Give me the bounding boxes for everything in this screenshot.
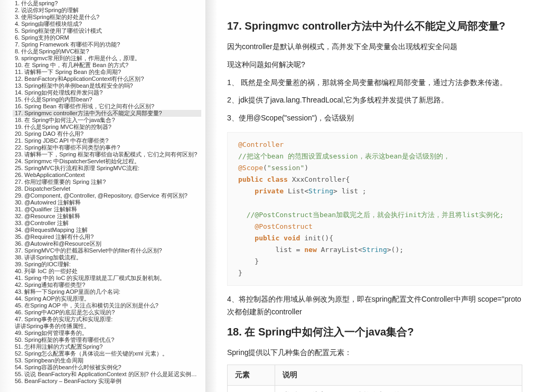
section-17-heading: 17. Springmvc controller方法中为什么不能定义局部变量? [227,19,522,33]
section-17-item3: 3、使用@Scope("session")，会话级别 [227,112,522,125]
content-pane: 17. Springmvc controller方法中为什么不能定义局部变量? … [206,0,535,392]
toc-item[interactable]: 3. 使用Spring框架的好处是什么? [13,14,201,21]
toc-item[interactable]: 12. BeanFactory和ApplicationContext有什么区别? [13,76,201,82]
toc-item[interactable]: 19. 什么是Spring MVC框架的控制器? [13,124,201,130]
toc-item[interactable]: 51. 怎样用注解的方式配置Spring? [13,343,201,350]
section-17-p2: 现这种问题如何解决呢? [227,59,522,71]
toc-item[interactable]: 39. Spring的IOC理解: [13,261,201,268]
code-line: } [238,257,259,265]
toc-item[interactable]: 15. 什么是Spring的内部bean? [13,96,201,103]
collection-table: 元素 说明 list 类型用于注入一列值，允许有相同的值。 set 类型用于注入… [227,365,522,393]
table-cell-val: 类型用于注入一列值，允许有相同的值。 [275,385,522,392]
code-type: String [362,246,387,254]
toc-item[interactable]: 27. 你用过哪些重要的 Spring 注解? [13,179,201,185]
code-type: String [308,187,333,195]
code-line: list = [238,246,304,254]
toc-item[interactable]: 35. @Required 注解有什么用? [13,234,201,240]
toc-item[interactable]: 38. 讲讲Spring加载流程。 [13,254,201,261]
code-line: ) [304,164,308,172]
toc-item[interactable]: 21. Spring JDBC API 中存在哪些类? [13,137,201,144]
code-line: ( [263,164,267,172]
sidebar: 1. 什么是spring?2. 说说你对Spring的理解3. 使用Spring… [0,0,206,392]
toc-item[interactable]: 1. 什么是spring? [13,0,201,7]
toc-item[interactable]: 55. 说说 BeanFactory和 ApplicationContext 的… [13,371,201,378]
toc-item[interactable]: 37. SpringMVC中的拦截器和Servlet中的filter有什么区别? [13,247,201,254]
toc-item[interactable]: 16. Spring Bean 有哪些作用域，它们之间有什么区别? [13,103,201,110]
code-kw: public void [238,234,300,242]
toc-item[interactable]: 17. Springmvc controller方法中为什么不能定义局部变量? [13,110,201,117]
code-comment: //@PostConstruct当bean加载完之后，就会执行init方法，并且… [238,211,504,219]
code-line: init(){ [300,234,333,242]
table-header-element: 元素 [228,365,275,385]
code-line: } [238,269,242,277]
toc-item[interactable]: 20. Spring DAO 有什么用? [13,130,201,137]
toc-item[interactable]: 22. Spring框架中有哪些不同类型的事件? [13,144,201,151]
section-17-item2: 2、jdk提供了java.lang.ThreadLocal,它为多线程并发提供了… [227,94,522,107]
toc-item[interactable]: 4. Spring由哪些模块组成? [13,21,201,27]
section-18-heading: 18. 在 Spring中如何注入一个java集合? [227,325,522,339]
toc-item[interactable]: 10. 在 Spring 中，有几种配置 Bean 的方式? [13,62,201,69]
section-17-item1: 1、 既然是全局变量惹的祸，那就将全局变量都编程局部变量，通过方法参数来传递。 [227,77,522,89]
table-cell-key: list [228,385,275,392]
toc-item[interactable]: 31. @Qualifier 注解解释 [13,206,201,213]
code-kw: private [238,187,284,195]
code-anno: @PostConstruct [238,222,313,230]
toc-item[interactable]: 18. 在 Spring中如何注入一个java集合? [13,117,201,124]
toc-item[interactable]: 26. WebApplicationContext [13,172,201,179]
toc-item[interactable]: 42. Spring通知有哪些类型? [13,282,201,288]
code-string: "session" [267,164,304,172]
toc-item[interactable]: 52. Spring怎么配置事务（具体说出一些关键的xml 元素）。 [13,350,201,357]
toc-item[interactable]: 45. 在Spring AOP 中，关注点和横切关注的区别是什么? [13,302,201,309]
toc-item[interactable]: 29. @Component, @Controller, @Repository… [13,192,201,199]
toc-item[interactable]: 11. 请解释一下 Spring Bean 的生命周期? [13,69,201,76]
code-line: >(); [387,246,403,254]
toc-item[interactable]: 47. Spring事务的实现方式和实现原理: [13,316,201,323]
toc-list: 1. 什么是spring?2. 说说你对Spring的理解3. 使用Spring… [0,0,205,385]
toc-item[interactable]: 13. Spring框架中的单例bean是线程安全的吗? [13,82,201,89]
toc-item[interactable]: 53. Springbean的生命周期 [13,357,201,364]
section-17-item4: 4、将控制器的作用域从单例改为原型，即在spring配置文件Controller… [227,293,522,319]
code-line: @Scope [238,164,263,172]
section-18-p1: Spring提供以下几种集合的配置元素： [227,347,522,359]
toc-item[interactable]: 5. Spring框架使用了哪些设计模式 [13,27,201,34]
code-line: ArrayList< [317,246,362,254]
toc-item[interactable]: 56. BeanFactory – BeanFactory 实现举例 [13,378,201,385]
code-kw: new [304,246,316,254]
toc-item[interactable]: 41. Spring 中的 IoC 的实现原理就是工厂模式加反射机制。 [13,275,201,282]
code-line: XxxController{ [288,175,350,183]
toc-item[interactable]: 36. @Autowire和@Resource区别 [13,240,201,247]
toc-item[interactable]: 2. 说说你对Spring的理解 [13,7,201,14]
toc-item[interactable]: 43. 解释一下Spring AOP里面的几个名词: [13,288,201,295]
table-header-desc: 说明 [275,365,522,385]
code-line: > list ; [333,187,367,195]
toc-item[interactable]: 30. @Autowired 注解解释 [13,199,201,206]
toc-item[interactable]: 讲讲Spring事务的传播属性。 [13,323,201,330]
toc-item[interactable]: 24. Springmvc 中DispatcherServlet初始化过程。 [13,158,201,165]
toc-item[interactable]: 49. Spring如何管理事务的。 [13,330,201,337]
toc-item[interactable]: 34. @RequestMapping 注解 [13,227,201,234]
code-comment: //把这个bean 的范围设置成session，表示这bean是会话级别的， [238,152,450,160]
toc-item[interactable]: 28. DispatcherServlet [13,185,201,192]
toc-item[interactable]: 6. Spring支持的ORM [13,34,201,41]
code-kw: public class [238,175,288,183]
toc-item[interactable]: 33. @Controller 注解 [13,220,201,227]
code-block: @Controller //把这个bean 的范围设置成session，表示这b… [227,132,522,286]
code-line: List< [284,187,308,195]
section-17-p1: 因为controller是默认单例模式，高并发下全局变量会出现线程安全问题 [227,41,522,53]
toc-item[interactable]: 50. Spring框架的事务管理有哪些优点? [13,337,201,343]
toc-item[interactable]: 32. @Resource 注解解释 [13,213,201,220]
toc-item[interactable]: 46. Spring中AOP的底层是怎么实现的? [13,309,201,316]
toc-item[interactable]: 23. 请解释一下，Spring 框架有哪些自动装配模式，它们之间有何区别? [13,151,201,158]
toc-item[interactable]: 54. Spring容器的bean什么时候被实例化? [13,364,201,371]
toc-item[interactable]: 9. springmvc常用到的注解，作用是什么，原理。 [13,55,201,62]
toc-item[interactable]: 7. Spring Framework 有哪些不同的功能? [13,41,201,48]
toc-item[interactable]: 25. SpringMVC执行流程和原理 SpringMVC流程: [13,165,201,172]
table-row: list 类型用于注入一列值，允许有相同的值。 [228,385,522,392]
toc-item[interactable]: 8. 什么是Spring的MVC框架? [13,48,201,55]
toc-item[interactable]: 14. Spring如何处理线程并发问题? [13,89,201,96]
code-line: @Controller [238,141,284,148]
toc-item[interactable]: 40. 列举 IoC 的一些好处 [13,268,201,275]
toc-item[interactable]: 44. Spring AOP的实现原理。 [13,295,201,302]
